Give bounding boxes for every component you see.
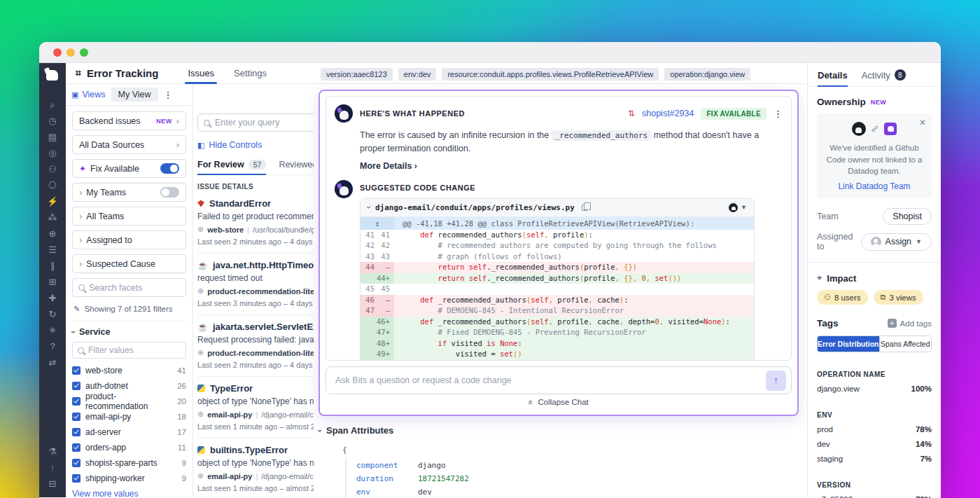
apm-icon[interactable]: ⚡: [44, 193, 61, 209]
all-teams-filter[interactable]: ›All Teams: [72, 207, 186, 226]
assign-button[interactable]: Assign ▼: [861, 233, 932, 251]
add-tags-button[interactable]: + Add tags: [888, 319, 932, 328]
span-attribute-row[interactable]: component django: [356, 459, 802, 472]
search-icon[interactable]: ⌕: [44, 97, 61, 113]
views-button[interactable]: ▣Views: [71, 90, 106, 99]
saved-view-selector[interactable]: Backend issues NEW ›: [72, 111, 186, 130]
integrations-icon[interactable]: ⊞: [44, 274, 61, 290]
service-filter-row[interactable]: shopist-spare-parts 9: [72, 455, 186, 471]
nav-tab[interactable]: Settings: [224, 63, 276, 84]
more-details-link[interactable]: More Details ›: [360, 161, 783, 171]
security-icon[interactable]: ✚: [44, 290, 61, 306]
service-filter-row[interactable]: product-recommendation 20: [72, 394, 186, 409]
service-filter-row[interactable]: shipping-worker 9: [72, 471, 186, 486]
bits-chat-input[interactable]: Ask Bits a question or request a code ch…: [326, 366, 792, 394]
shopist-issue-link[interactable]: shopist#2934: [642, 109, 694, 118]
close-window-button[interactable]: [53, 48, 62, 57]
checkbox-checked[interactable]: [72, 443, 80, 452]
impact-pill[interactable]: ⧉ 3 views: [874, 290, 923, 305]
checkbox-checked[interactable]: [72, 428, 80, 436]
checkbox-checked[interactable]: [72, 366, 80, 375]
issue-list-item[interactable]: builtins.TypeError object of type 'NoneT…: [197, 438, 314, 497]
collapse-chat-button[interactable]: « Collapse Chat: [326, 394, 792, 410]
logs-icon[interactable]: ☰: [44, 242, 61, 258]
datadog-logo-icon[interactable]: [44, 67, 61, 84]
issue-list-item[interactable]: ☕ jakarta.servlet.ServletExcept Request …: [197, 315, 314, 377]
impact-pill[interactable]: ⚇ 8 users: [817, 290, 868, 305]
views-kebab-menu[interactable]: ⋮: [164, 90, 173, 100]
context-pill[interactable]: resource:conduit.apps.profiles.views.Pro…: [442, 68, 659, 81]
distribution-row[interactable]: dev 14%: [817, 440, 932, 448]
issue-list-tab[interactable]: For Review57: [197, 160, 266, 174]
chat-kebab-menu[interactable]: ⋮: [774, 109, 783, 119]
close-icon[interactable]: ✕: [919, 118, 926, 127]
filter-values-input[interactable]: Filter values: [72, 342, 186, 359]
context-pill[interactable]: operation:django.view: [664, 68, 750, 81]
service-filter-row[interactable]: orders-app 11: [72, 440, 186, 455]
search-facets-input[interactable]: Search facets: [72, 278, 186, 297]
watchdog-icon[interactable]: ⚇: [44, 161, 61, 177]
diff-line[interactable]: ↥@@ -41,18 +41,28 @@ class ProfileRetrie…: [360, 217, 754, 230]
distribution-row[interactable]: a7a85292 78%: [817, 495, 932, 498]
service-filter-row[interactable]: email-api-py 18: [72, 409, 186, 424]
service-filter-row[interactable]: web-store 41: [72, 363, 186, 378]
send-button[interactable]: ↑: [766, 371, 786, 391]
checkbox-checked[interactable]: [72, 397, 80, 406]
data-sources-selector[interactable]: All Data Sources›: [72, 135, 186, 154]
dashboards-icon[interactable]: ▤: [44, 129, 61, 145]
issue-list-item[interactable]: ☕ java.net.http.HttpTimeoutEx request ti…: [197, 254, 314, 315]
diff-file-header[interactable]: › django-email/conduit/apps/profiles/vie…: [360, 199, 754, 217]
labs-icon[interactable]: ⚗: [44, 443, 61, 459]
span-attribute-row[interactable]: duration 18721547282: [356, 472, 802, 485]
distribution-segment-button[interactable]: Error Distribution: [818, 336, 879, 352]
upload-icon[interactable]: ↑: [44, 459, 61, 476]
checkbox-checked[interactable]: [72, 474, 80, 483]
my-teams-toggle[interactable]: [160, 187, 179, 198]
checkbox-checked[interactable]: [72, 413, 80, 421]
tab-activity[interactable]: Activity 8: [862, 69, 906, 86]
query-search-input[interactable]: Enter your query: [197, 113, 314, 132]
tab-details[interactable]: Details: [818, 69, 848, 86]
teams-icon[interactable]: ⁂: [44, 209, 61, 226]
diff-body[interactable]: ↥@@ -41,18 +41,28 @@ class ProfileRetrie…: [360, 217, 754, 361]
hide-controls-button[interactable]: ◧ Hide Controls: [197, 140, 314, 150]
open-in-github-button[interactable]: ▼: [729, 203, 747, 212]
infrastructure-icon[interactable]: ⎔: [44, 177, 61, 193]
my-view-button[interactable]: My View: [111, 88, 158, 102]
distribution-row[interactable]: staging 7%: [817, 455, 932, 463]
span-attributes-header[interactable]: › Span Attributes: [318, 425, 802, 436]
fix-available-toggle[interactable]: [160, 163, 179, 174]
minimize-window-button[interactable]: [66, 48, 75, 57]
nav-tab[interactable]: Issues: [178, 63, 224, 84]
view-more-values-link[interactable]: View more values: [72, 486, 186, 497]
serverless-icon[interactable]: ⊕: [44, 226, 61, 242]
copy-icon[interactable]: [582, 205, 587, 211]
checkbox-checked[interactable]: [72, 459, 80, 467]
service-filter-row[interactable]: ad-server 17: [72, 424, 186, 440]
sync-icon[interactable]: ↻: [44, 306, 61, 322]
fix-available-filter[interactable]: ✦ Fix Available: [72, 159, 186, 178]
maximize-window-button[interactable]: [80, 48, 88, 57]
history-icon[interactable]: ◷: [44, 113, 61, 129]
workflows-icon[interactable]: ⇄: [44, 354, 61, 371]
fix-available-badge[interactable]: FIX AVAILABLE: [701, 108, 766, 120]
distribution-row[interactable]: django.view 100%: [817, 385, 932, 393]
link-datadog-team-link[interactable]: Link Datadog Team: [824, 181, 925, 191]
service-facet-header[interactable]: › Service: [72, 327, 186, 337]
pipelines-icon[interactable]: ∥: [44, 258, 61, 274]
filters-summary[interactable]: ✎ Showing 7 of 1291 filters: [72, 303, 186, 321]
distribution-row[interactable]: prod 78%: [817, 425, 932, 434]
bits-train-icon[interactable]: ⊟: [44, 476, 61, 492]
monitors-icon[interactable]: ◎: [44, 145, 61, 161]
suspected-cause-filter[interactable]: ›Suspected Cause: [72, 254, 186, 273]
team-pill-button[interactable]: Shopist: [883, 208, 932, 225]
distribution-segment-button[interactable]: Spans Affected: [879, 336, 931, 352]
sparkle-icon[interactable]: ✳: [44, 322, 61, 338]
assigned-to-filter[interactable]: ›Assigned to: [72, 230, 186, 249]
my-teams-filter[interactable]: › My Teams: [72, 183, 186, 202]
context-pill[interactable]: version:aaec8123: [321, 68, 393, 81]
checkbox-checked[interactable]: [72, 382, 80, 390]
issue-list-item[interactable]: TypeError object of type 'NoneType' has …: [197, 377, 314, 438]
span-attribute-row[interactable]: env dev: [356, 485, 802, 498]
issue-list-tab[interactable]: Reviewed30: [279, 160, 314, 174]
